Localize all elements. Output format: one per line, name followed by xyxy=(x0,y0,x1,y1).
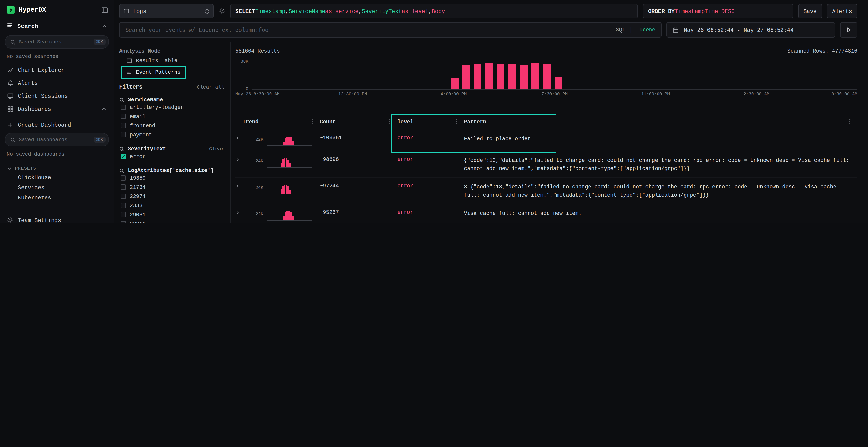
app-window: HyperDX Search Saved Searches ⌘K No save… xyxy=(0,0,868,224)
pattern-row[interactable]: 24K~97244error× {"code":13,"details":"fa… xyxy=(235,178,858,204)
expand-row-button[interactable] xyxy=(235,156,248,162)
histogram-bar[interactable] xyxy=(451,77,459,89)
pattern-row[interactable]: 22K~95267errorVisa cache full: cannot ad… xyxy=(235,204,858,224)
filter-option[interactable]: artillery-loadgen xyxy=(119,103,224,112)
alerts-button[interactable]: Alerts xyxy=(827,4,858,18)
histogram-bar[interactable] xyxy=(531,63,539,89)
order-by-input[interactable]: ORDER BY TimestampTime DESC xyxy=(643,4,793,18)
checkbox[interactable] xyxy=(121,184,126,190)
gear-icon xyxy=(7,217,13,224)
sparkline-y-label: 22K xyxy=(248,209,267,220)
filter-group: ServiceNameartillery-loadgenemailfronten… xyxy=(119,97,224,139)
sidebar-item-label: Dashboards xyxy=(18,106,51,112)
pattern-text[interactable]: Failed to place order xyxy=(464,134,858,143)
pattern-count: ~95267 xyxy=(320,209,397,215)
query-token: , xyxy=(429,8,432,14)
sidebar-item-chart-explorer[interactable]: Chart Explorer xyxy=(0,64,114,77)
shortcut-badge: ⌘K xyxy=(94,137,105,143)
histogram-bar[interactable] xyxy=(474,64,482,89)
pattern-level: error xyxy=(397,156,464,162)
expand-row-button[interactable] xyxy=(235,209,248,215)
mode-results-table[interactable]: Results Table xyxy=(122,56,182,66)
checkbox[interactable] xyxy=(121,221,126,224)
sidebar-item-alerts[interactable]: Alerts xyxy=(0,77,114,90)
sidebar-section-search[interactable]: Search xyxy=(0,18,114,34)
language-toggle-sql[interactable]: SQL xyxy=(616,27,625,33)
column-menu-icon[interactable] xyxy=(311,118,320,125)
histogram-bar[interactable] xyxy=(554,77,562,89)
select-clause-input[interactable]: SELECT Timestamp, ServiceName as service… xyxy=(230,4,638,18)
chevron-up-icon[interactable] xyxy=(102,24,107,29)
filter-option[interactable]: frontend xyxy=(119,121,224,130)
event-search-input[interactable]: Search your events w/ Lucene ex. column:… xyxy=(119,22,661,38)
search-icon xyxy=(10,137,16,142)
checkbox[interactable] xyxy=(121,105,126,110)
histogram-bar[interactable] xyxy=(485,63,493,89)
pattern-text[interactable]: × {"code":13,"details":"failed to charge… xyxy=(464,182,858,199)
filter-option[interactable]: 32311 xyxy=(119,219,224,224)
filter-option[interactable]: payment xyxy=(119,130,224,139)
filter-option-label: artillery-loadgen xyxy=(130,104,184,110)
filter-option[interactable]: error xyxy=(119,152,224,161)
histogram-bar[interactable] xyxy=(520,65,528,89)
saved-searches-input[interactable]: Saved Searches ⌘K xyxy=(5,35,109,49)
checkbox[interactable] xyxy=(121,114,126,119)
sidebar-item-label: Alerts xyxy=(18,80,38,86)
checkbox[interactable] xyxy=(121,175,126,181)
filter-option[interactable]: email xyxy=(119,112,224,121)
filter-option[interactable]: 21734 xyxy=(119,182,224,192)
source-settings-gear-icon[interactable] xyxy=(218,8,225,14)
histogram-plot[interactable] xyxy=(252,61,858,90)
source-select[interactable]: Logs xyxy=(119,4,214,18)
x-axis-tick-label: 12:30:00 PM xyxy=(338,92,367,97)
checkbox[interactable] xyxy=(121,132,126,137)
checkbox[interactable] xyxy=(121,212,126,217)
preset-item[interactable]: Kubernetes xyxy=(0,193,114,203)
results-area: 581604 Results Scanned Rows: 47774816 80… xyxy=(230,42,868,224)
checkbox[interactable] xyxy=(121,153,126,159)
expand-row-button[interactable] xyxy=(235,134,248,140)
preset-item[interactable]: Services xyxy=(0,182,114,193)
x-axis-tick-label: May 26 8:30:00 AM xyxy=(235,92,280,97)
pattern-text[interactable]: {"code":13,"details":"failed to charge c… xyxy=(464,156,858,172)
clear-filter-link[interactable]: Clear xyxy=(209,146,224,152)
filter-option[interactable]: 19350 xyxy=(119,173,224,182)
run-query-button[interactable] xyxy=(840,22,858,38)
filter-option[interactable]: 2333 xyxy=(119,201,224,210)
presets-toggle[interactable]: PRESETS xyxy=(0,161,114,172)
mode-event-patterns[interactable]: Event Patterns xyxy=(122,67,185,77)
checkbox[interactable] xyxy=(121,123,126,128)
plus-icon xyxy=(7,122,13,128)
column-menu-icon[interactable] xyxy=(849,118,858,125)
brand-title: HyperDX xyxy=(19,6,46,13)
histogram-bar[interactable] xyxy=(497,64,504,89)
save-button[interactable]: Save xyxy=(798,4,822,18)
checkbox[interactable] xyxy=(121,194,126,199)
filter-option-label: 29081 xyxy=(130,212,146,217)
histogram-bar[interactable] xyxy=(508,64,516,89)
clear-all-link[interactable]: Clear all xyxy=(197,84,224,90)
create-dashboard-button[interactable]: Create Dashboard xyxy=(0,118,114,132)
preset-item[interactable]: ClickHouse xyxy=(0,172,114,182)
bell-icon xyxy=(7,80,13,86)
collapse-sidebar-icon[interactable] xyxy=(101,6,108,13)
date-range-picker[interactable]: May 26 08:52:44 - May 27 08:52:44 xyxy=(666,22,835,38)
sidebar-item-client-sessions[interactable]: Client Sessions xyxy=(0,90,114,103)
filter-option[interactable]: 29081 xyxy=(119,210,224,219)
query-token: as level xyxy=(402,8,428,14)
search-icon xyxy=(119,146,124,151)
filter-option[interactable]: 22974 xyxy=(119,192,224,201)
pattern-row[interactable]: 22K~103351errorFailed to place order xyxy=(235,130,858,151)
histogram-bar[interactable] xyxy=(462,65,470,89)
expand-row-button[interactable] xyxy=(235,182,248,188)
column-menu-icon[interactable] xyxy=(389,118,397,125)
sidebar-item-dashboards[interactable]: Dashboards xyxy=(0,103,114,115)
histogram-bar[interactable] xyxy=(543,64,551,89)
pattern-text[interactable]: Visa cache full: cannot add new item. xyxy=(464,209,858,217)
language-toggle-lucene[interactable]: Lucene xyxy=(636,27,655,33)
sidebar-item-team-settings[interactable]: Team Settings xyxy=(0,213,114,224)
pattern-row[interactable]: 24K~98698error{"code":13,"details":"fail… xyxy=(235,151,858,178)
saved-dashboards-input[interactable]: Saved Dashboards ⌘K xyxy=(5,133,109,146)
column-menu-icon[interactable] xyxy=(456,118,464,125)
checkbox[interactable] xyxy=(121,203,126,208)
